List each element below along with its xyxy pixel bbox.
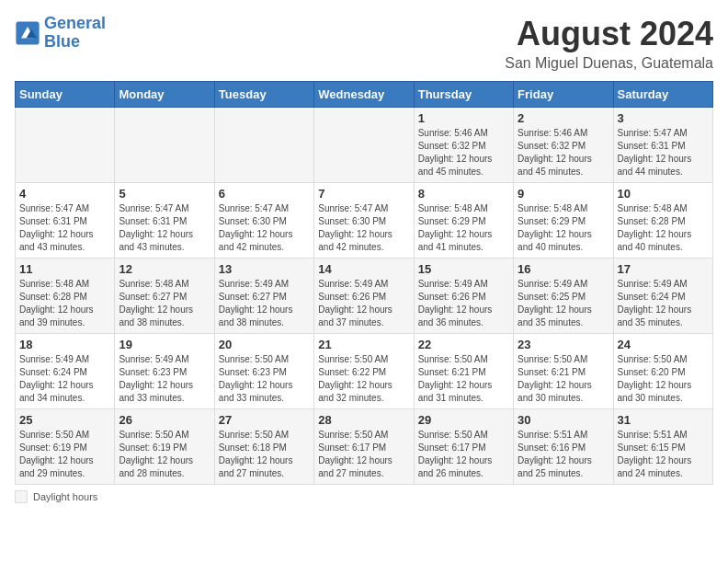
day-info: Sunrise: 5:50 AM Sunset: 6:21 PM Dayligh… (518, 353, 609, 405)
main-title: August 2024 (505, 15, 713, 53)
day-number: 2 (518, 111, 609, 125)
calendar-cell: 29Sunrise: 5:50 AM Sunset: 6:17 PM Dayli… (414, 409, 513, 485)
calendar-cell: 8Sunrise: 5:48 AM Sunset: 6:29 PM Daylig… (414, 183, 513, 259)
logo-icon (15, 20, 40, 46)
day-info: Sunrise: 5:49 AM Sunset: 6:26 PM Dayligh… (318, 278, 409, 329)
calendar-cell: 27Sunrise: 5:50 AM Sunset: 6:18 PM Dayli… (214, 409, 313, 485)
logo-line2: Blue (44, 32, 80, 51)
header-row: SundayMondayTuesdayWednesdayThursdayFrid… (16, 82, 713, 108)
day-info: Sunrise: 5:49 AM Sunset: 6:25 PM Dayligh… (518, 278, 609, 329)
calendar-cell: 14Sunrise: 5:49 AM Sunset: 6:26 PM Dayli… (314, 259, 414, 334)
day-number: 18 (19, 338, 110, 351)
day-number: 11 (19, 262, 110, 276)
calendar-cell: 17Sunrise: 5:49 AM Sunset: 6:24 PM Dayli… (613, 259, 712, 334)
header-day: Friday (514, 82, 613, 108)
footnote-box (15, 490, 28, 503)
day-info: Sunrise: 5:49 AM Sunset: 6:24 PM Dayligh… (618, 278, 709, 329)
day-number: 8 (418, 187, 509, 201)
calendar-cell: 9Sunrise: 5:48 AM Sunset: 6:29 PM Daylig… (514, 183, 613, 259)
day-info: Sunrise: 5:51 AM Sunset: 6:15 PM Dayligh… (618, 429, 709, 480)
calendar-cell: 2Sunrise: 5:46 AM Sunset: 6:32 PM Daylig… (514, 108, 613, 183)
day-number: 5 (119, 187, 210, 201)
day-number: 6 (219, 187, 310, 201)
calendar-cell (16, 108, 115, 183)
logo-line1: General (44, 14, 106, 32)
calendar-cell: 25Sunrise: 5:50 AM Sunset: 6:19 PM Dayli… (16, 409, 115, 485)
calendar-cell: 26Sunrise: 5:50 AM Sunset: 6:19 PM Dayli… (115, 409, 214, 485)
day-number: 16 (518, 262, 609, 276)
day-number: 22 (418, 338, 509, 351)
day-number: 23 (518, 338, 609, 351)
day-info: Sunrise: 5:47 AM Sunset: 6:31 PM Dayligh… (119, 202, 210, 254)
footnote-label: Daylight hours (33, 491, 97, 502)
calendar-week-row: 25Sunrise: 5:50 AM Sunset: 6:19 PM Dayli… (16, 409, 713, 485)
day-info: Sunrise: 5:50 AM Sunset: 6:19 PM Dayligh… (19, 429, 110, 480)
header-day: Thursday (414, 82, 513, 108)
day-info: Sunrise: 5:46 AM Sunset: 6:32 PM Dayligh… (418, 127, 509, 178)
calendar-cell (115, 108, 214, 183)
day-number: 17 (618, 262, 709, 276)
calendar-cell: 3Sunrise: 5:47 AM Sunset: 6:31 PM Daylig… (613, 108, 712, 183)
day-info: Sunrise: 5:49 AM Sunset: 6:27 PM Dayligh… (219, 278, 310, 329)
header-day: Monday (115, 82, 214, 108)
day-info: Sunrise: 5:49 AM Sunset: 6:26 PM Dayligh… (418, 278, 509, 329)
calendar-cell: 21Sunrise: 5:50 AM Sunset: 6:22 PM Dayli… (314, 334, 414, 409)
day-info: Sunrise: 5:48 AM Sunset: 6:29 PM Dayligh… (418, 202, 509, 254)
day-number: 26 (119, 413, 210, 427)
calendar-cell: 11Sunrise: 5:48 AM Sunset: 6:28 PM Dayli… (16, 259, 115, 334)
calendar-cell: 23Sunrise: 5:50 AM Sunset: 6:21 PM Dayli… (514, 334, 613, 409)
calendar-week-row: 1Sunrise: 5:46 AM Sunset: 6:32 PM Daylig… (16, 108, 713, 183)
calendar-cell: 6Sunrise: 5:47 AM Sunset: 6:30 PM Daylig… (214, 183, 313, 259)
day-info: Sunrise: 5:50 AM Sunset: 6:17 PM Dayligh… (318, 429, 409, 480)
calendar-cell: 1Sunrise: 5:46 AM Sunset: 6:32 PM Daylig… (414, 108, 513, 183)
day-number: 25 (19, 413, 110, 427)
day-number: 13 (219, 262, 310, 276)
calendar-cell: 24Sunrise: 5:50 AM Sunset: 6:20 PM Dayli… (613, 334, 712, 409)
calendar-week-row: 11Sunrise: 5:48 AM Sunset: 6:28 PM Dayli… (16, 259, 713, 334)
calendar-cell: 13Sunrise: 5:49 AM Sunset: 6:27 PM Dayli… (214, 259, 313, 334)
day-info: Sunrise: 5:51 AM Sunset: 6:16 PM Dayligh… (518, 429, 609, 480)
day-info: Sunrise: 5:50 AM Sunset: 6:20 PM Dayligh… (618, 353, 709, 405)
day-info: Sunrise: 5:50 AM Sunset: 6:23 PM Dayligh… (219, 353, 310, 405)
day-number: 14 (318, 262, 409, 276)
day-number: 29 (418, 413, 509, 427)
day-number: 20 (219, 338, 310, 351)
header-day: Sunday (16, 82, 115, 108)
calendar-cell: 7Sunrise: 5:47 AM Sunset: 6:30 PM Daylig… (314, 183, 414, 259)
day-info: Sunrise: 5:49 AM Sunset: 6:23 PM Dayligh… (119, 353, 210, 405)
logo: General Blue (15, 15, 106, 52)
day-number: 28 (318, 413, 409, 427)
day-info: Sunrise: 5:48 AM Sunset: 6:28 PM Dayligh… (19, 278, 110, 329)
calendar-cell: 4Sunrise: 5:47 AM Sunset: 6:31 PM Daylig… (16, 183, 115, 259)
calendar-cell: 28Sunrise: 5:50 AM Sunset: 6:17 PM Dayli… (314, 409, 414, 485)
calendar-week-row: 4Sunrise: 5:47 AM Sunset: 6:31 PM Daylig… (16, 183, 713, 259)
title-area: August 2024 San Miguel Duenas, Guatemala (505, 15, 713, 72)
day-number: 1 (418, 111, 509, 125)
day-number: 24 (618, 338, 709, 351)
day-number: 4 (19, 187, 110, 201)
calendar-cell (314, 108, 414, 183)
day-number: 31 (618, 413, 709, 427)
day-number: 15 (418, 262, 509, 276)
calendar-cell: 19Sunrise: 5:49 AM Sunset: 6:23 PM Dayli… (115, 334, 214, 409)
day-info: Sunrise: 5:47 AM Sunset: 6:30 PM Dayligh… (219, 202, 310, 254)
day-info: Sunrise: 5:47 AM Sunset: 6:30 PM Dayligh… (318, 202, 409, 254)
header-day: Tuesday (214, 82, 313, 108)
day-info: Sunrise: 5:50 AM Sunset: 6:22 PM Dayligh… (318, 353, 409, 405)
calendar-cell: 5Sunrise: 5:47 AM Sunset: 6:31 PM Daylig… (115, 183, 214, 259)
logo-text: General Blue (44, 15, 106, 52)
calendar-cell: 30Sunrise: 5:51 AM Sunset: 6:16 PM Dayli… (514, 409, 613, 485)
day-number: 27 (219, 413, 310, 427)
day-number: 12 (119, 262, 210, 276)
calendar-table: SundayMondayTuesdayWednesdayThursdayFrid… (15, 81, 713, 485)
day-number: 21 (318, 338, 409, 351)
sub-title: San Miguel Duenas, Guatemala (505, 55, 713, 72)
calendar-cell: 16Sunrise: 5:49 AM Sunset: 6:25 PM Dayli… (514, 259, 613, 334)
calendar-cell: 20Sunrise: 5:50 AM Sunset: 6:23 PM Dayli… (214, 334, 313, 409)
calendar-cell: 18Sunrise: 5:49 AM Sunset: 6:24 PM Dayli… (16, 334, 115, 409)
day-info: Sunrise: 5:50 AM Sunset: 6:21 PM Dayligh… (418, 353, 509, 405)
day-number: 19 (119, 338, 210, 351)
day-info: Sunrise: 5:47 AM Sunset: 6:31 PM Dayligh… (19, 202, 110, 254)
day-info: Sunrise: 5:50 AM Sunset: 6:17 PM Dayligh… (418, 429, 509, 480)
header-day: Saturday (613, 82, 712, 108)
